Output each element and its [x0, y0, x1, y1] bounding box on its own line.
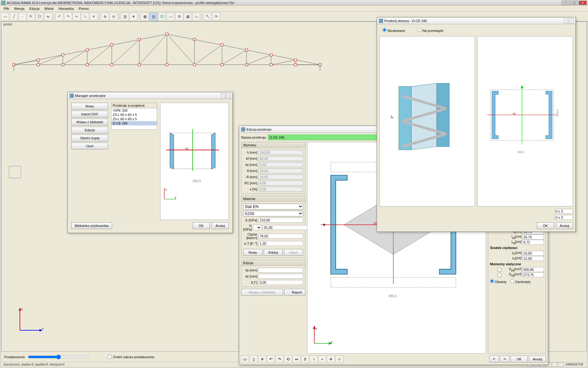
report-button[interactable]: 📄 Raport: [284, 289, 305, 296]
menu-pomoc[interactable]: Pomoc: [76, 6, 92, 11]
new-button[interactable]: Nowy: [71, 103, 108, 109]
copy-button[interactable]: Utwórz kopię: [71, 135, 108, 141]
tool-line[interactable]: ╱: [10, 13, 18, 21]
import-dxf-button[interactable]: Import DXF: [71, 111, 108, 117]
status-icon-6[interactable]: [558, 362, 564, 367]
maximize-button[interactable]: ▢: [570, 1, 578, 5]
mat-edit-button[interactable]: Edytuj: [264, 249, 283, 256]
dim-input[interactable]: [258, 187, 303, 192]
alpha-input[interactable]: [258, 241, 303, 246]
tool-flip-h-icon[interactable]: ⇔: [292, 355, 300, 363]
dim-input[interactable]: [258, 174, 303, 179]
tool-table[interactable]: ▤: [149, 13, 157, 21]
redo-button[interactable]: ↷: [500, 356, 509, 362]
open-radio[interactable]: [490, 279, 494, 283]
ok-button[interactable]: OK: [537, 222, 554, 229]
cancel-button[interactable]: Anuluj: [556, 222, 573, 229]
tool-rotate-l-icon[interactable]: ↶: [267, 355, 275, 363]
insert-library-button[interactable]: Wstaw z biblioteki: [71, 119, 108, 125]
edit-button[interactable]: Edycja: [71, 127, 108, 133]
dialog-close-icon[interactable]: ⬚: [221, 93, 231, 98]
tool-x-icon[interactable]: ✕: [258, 355, 266, 363]
dim-input[interactable]: [258, 268, 303, 273]
dim-input[interactable]: [258, 280, 303, 285]
ok-button[interactable]: OK: [193, 222, 210, 229]
e-input[interactable]: [258, 218, 303, 223]
tool-select[interactable]: ▭: [1, 13, 9, 21]
cancel-button[interactable]: Anuluj: [212, 222, 229, 229]
tool-rotate-icon[interactable]: ⟲: [284, 355, 292, 363]
material-standard-select[interactable]: Stal EN: [243, 204, 303, 209]
section-list[interactable]: ¼IPE 330 Z3-L 60 x 60 x 5 Z5-L 60 x 60 x…: [111, 108, 157, 130]
menu-edycja[interactable]: Edycja: [27, 6, 42, 11]
tool-dim1-icon[interactable]: ⫞: [310, 355, 318, 363]
closed-radio[interactable]: [510, 279, 514, 283]
param-value[interactable]: [522, 235, 544, 240]
battened-radio[interactable]: [417, 28, 421, 32]
dim-input[interactable]: [258, 181, 303, 186]
list-item[interactable]: Z3-L 60 x 60 x 5: [111, 113, 157, 117]
param-checkbox[interactable]: [490, 268, 509, 272]
tool-cut[interactable]: ✂: [73, 13, 81, 21]
minimize-button[interactable]: —: [562, 1, 570, 5]
tool-bars[interactable]: ▥: [121, 13, 129, 21]
tool-filter[interactable]: ▼: [130, 13, 138, 21]
zoom-range-checkbox[interactable]: [107, 355, 111, 359]
tool-axis[interactable]: ⤡: [81, 13, 89, 21]
status-icon-5[interactable]: [552, 362, 557, 367]
tool-delete[interactable]: ✕: [90, 13, 98, 21]
tool-flip-v-icon[interactable]: ⇕: [301, 355, 309, 363]
tool-report[interactable]: ▭: [167, 13, 175, 21]
param-value[interactable]: [522, 240, 544, 245]
menu-plik[interactable]: Plik: [1, 6, 12, 11]
list-item[interactable]: D-CE 240: [111, 121, 157, 125]
mat-new-button[interactable]: Nowy: [243, 249, 262, 256]
param-value[interactable]: [522, 272, 544, 277]
tool-axis-icon[interactable]: ⊹: [335, 355, 343, 363]
tool-3d[interactable]: 3D: [158, 13, 166, 21]
list-item[interactable]: ¼IPE 330: [111, 108, 157, 113]
tool-center-icon[interactable]: ✛: [327, 355, 335, 363]
cancel-button[interactable]: Anuluj: [529, 356, 546, 362]
laced-radio[interactable]: [383, 28, 386, 32]
dialog-close-icon[interactable]: ⬚: [564, 18, 574, 23]
ok-button[interactable]: OK: [511, 356, 528, 362]
param-value[interactable]: [522, 251, 544, 256]
tool-mirror[interactable]: ⇋: [44, 13, 52, 21]
tool-dim2-icon[interactable]: ⫟: [318, 355, 326, 363]
dim-input[interactable]: [258, 274, 303, 279]
tool-calc[interactable]: ▦: [184, 13, 192, 21]
dim-input[interactable]: [258, 168, 303, 173]
g-unit[interactable]: ▾: [253, 225, 262, 230]
tool-node[interactable]: ◦: [18, 13, 26, 21]
material-grade-select[interactable]: S235: [243, 211, 303, 217]
dim-input[interactable]: [258, 150, 303, 155]
menu-widok[interactable]: Widok: [42, 6, 56, 11]
tool-grid[interactable]: ▦: [141, 13, 149, 21]
close-button[interactable]: ✕: [579, 1, 587, 5]
delete-button[interactable]: Usuń: [71, 143, 108, 149]
dim-input[interactable]: [258, 162, 303, 167]
menu-wersja[interactable]: Wersja: [12, 6, 27, 11]
menu-narzedzia[interactable]: Narzędzia: [56, 6, 76, 11]
tool-rect2-icon[interactable]: ▯: [250, 355, 258, 363]
under-input-2[interactable]: [555, 215, 573, 220]
tool-rotate-r-icon[interactable]: ↷: [275, 355, 283, 363]
mat-delete-button[interactable]: Usuń: [284, 249, 303, 256]
tool-rect-icon[interactable]: ▭: [241, 355, 249, 363]
tool-wrench[interactable]: 🔧: [204, 13, 212, 21]
undo-button[interactable]: ↶: [489, 356, 499, 362]
tool-undo[interactable]: ↶: [55, 13, 63, 21]
list-item[interactable]: Z5-L 60 x 60 x 5: [111, 117, 157, 121]
zoom-slider[interactable]: [28, 355, 89, 359]
tool-settings1[interactable]: ⚙: [175, 13, 183, 21]
tool-zoomin[interactable]: ⊕: [101, 13, 109, 21]
param-value[interactable]: [522, 256, 544, 261]
g-input[interactable]: [263, 225, 307, 230]
tool-sheet[interactable]: ▭: [192, 13, 200, 21]
tool-zoomout[interactable]: ⊖: [110, 13, 118, 21]
param-checkbox[interactable]: [490, 273, 509, 277]
tool-copy[interactable]: ⿻: [36, 13, 43, 21]
tool-member[interactable]: ⇱: [27, 13, 35, 21]
user-library-button[interactable]: Biblioteka użytkownika: [71, 222, 112, 229]
